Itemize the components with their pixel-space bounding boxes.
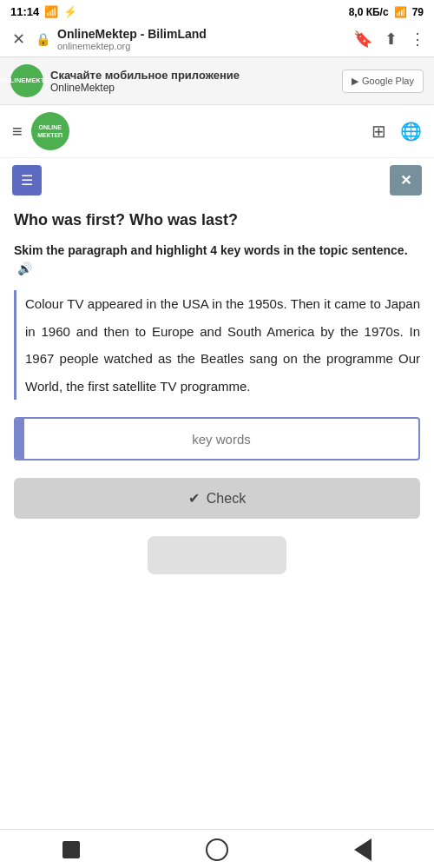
browser-title-block: 🔒 OnlineMektep - BilimLand onlinemektep.… <box>36 27 346 51</box>
browser-bar: ✕ 🔒 OnlineMektep - BilimLand onlinemekte… <box>0 22 434 57</box>
content-toolbar: ☰ ✕ <box>0 158 434 202</box>
keywords-box[interactable] <box>14 417 420 461</box>
hamburger-icon[interactable]: ≡ <box>12 122 23 142</box>
bookmark-icon[interactable]: 🔖 <box>353 30 372 49</box>
nav-left: ≡ ONLINEМЕКТЕП <box>12 112 69 150</box>
toolbar-right: ✕ <box>390 165 422 195</box>
extra-icon: ⚡ <box>63 5 77 18</box>
google-play-button[interactable]: ▶ Google Play <box>342 70 424 93</box>
partial-block <box>148 536 286 574</box>
share-icon[interactable]: ⬆ <box>385 30 398 49</box>
online-logo-banner: ONLINEМЕКТЕП <box>10 64 43 97</box>
paragraph-block: Colour TV appeared in the USA in the 195… <box>14 290 420 400</box>
nav-bar: ≡ ONLINEМЕКТЕП ⊞ 🌐 <box>0 105 434 158</box>
status-bar: 11:14 📶 ⚡ 8,0 КБ/с 📶 79 <box>0 0 434 22</box>
status-right: 8,0 КБ/с 📶 79 <box>349 6 424 18</box>
content-close-button[interactable]: ✕ <box>390 165 422 195</box>
wifi-icon: 📶 <box>394 6 407 18</box>
browser-title-text: OnlineMektep - BilimLand onlinemektep.or… <box>57 27 207 51</box>
time-display: 11:14 <box>10 5 39 18</box>
keywords-accent <box>16 419 24 459</box>
banner-left: ONLINEМЕКТЕП Скачайте мобильное приложен… <box>10 64 240 97</box>
browser-actions: 🔖 ⬆ ⋮ <box>353 30 425 49</box>
app-banner: ONLINEМЕКТЕП Скачайте мобильное приложен… <box>0 57 434 105</box>
list-view-icon[interactable]: ⊞ <box>372 121 386 142</box>
site-title: OnlineMektep - BilimLand <box>57 27 207 41</box>
content-menu-button[interactable]: ☰ <box>12 165 42 195</box>
page-title: Who was first? Who was last? <box>14 211 420 229</box>
instruction: Skim the paragraph and highlight 4 key w… <box>14 242 420 278</box>
google-play-label: Google Play <box>362 76 414 86</box>
main-content: Who was first? Who was last? Skim the pa… <box>0 202 434 661</box>
battery-display: 79 <box>412 6 424 18</box>
online-logo-nav: ONLINEМЕКТЕП <box>31 112 69 150</box>
check-button[interactable]: ✔ Check <box>14 478 420 519</box>
browser-close-button[interactable]: ✕ <box>9 28 29 50</box>
google-play-icon: ▶ <box>352 76 358 87</box>
lock-icon: 🔒 <box>36 32 50 46</box>
data-speed: 8,0 КБ/с <box>349 6 389 18</box>
nav-right: ⊞ 🌐 <box>372 121 422 142</box>
bottom-nav <box>0 829 434 868</box>
banner-text: Скачайте мобильное приложение OnlineMekt… <box>50 69 240 94</box>
status-left: 11:14 📶 ⚡ <box>10 5 77 18</box>
keywords-input[interactable] <box>24 432 418 447</box>
globe-icon[interactable]: 🌐 <box>400 121 422 142</box>
check-icon: ✔ <box>188 490 200 507</box>
banner-text-line1: Скачайте мобильное приложение <box>50 69 240 82</box>
paragraph-text: Colour TV appeared in the USA in the 195… <box>25 290 420 400</box>
toolbar-left: ☰ <box>12 165 42 195</box>
banner-text-line2: OnlineMektep <box>50 82 240 94</box>
back-nav-button[interactable] <box>354 838 372 861</box>
instruction-text-bold: Skim the paragraph and highlight 4 key w… <box>14 243 408 257</box>
more-icon[interactable]: ⋮ <box>410 30 425 49</box>
site-url: onlinemektep.org <box>57 41 207 51</box>
square-nav-button[interactable] <box>62 841 80 858</box>
check-label: Check <box>207 491 246 507</box>
signal-icon: 📶 <box>44 5 58 18</box>
circle-nav-button[interactable] <box>206 838 228 861</box>
